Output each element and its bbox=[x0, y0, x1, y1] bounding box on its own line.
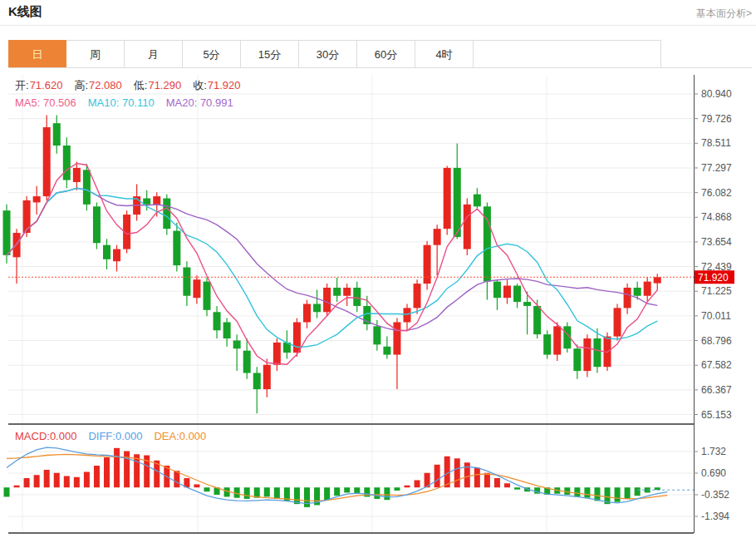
svg-text:65.153: 65.153 bbox=[701, 409, 732, 421]
candle-body bbox=[474, 195, 481, 207]
macd-bar bbox=[434, 465, 440, 487]
candle-body bbox=[343, 288, 351, 296]
macd-bar bbox=[64, 476, 70, 487]
candle-body bbox=[13, 233, 21, 257]
candle-body bbox=[353, 288, 361, 306]
macd-bar bbox=[324, 487, 330, 500]
candle-body bbox=[654, 277, 661, 283]
macd-bar bbox=[114, 448, 120, 487]
candle-body bbox=[434, 229, 441, 245]
macd-bar bbox=[384, 487, 390, 500]
candle-body bbox=[243, 351, 251, 373]
legend-item: DIFF:0.000 bbox=[88, 430, 142, 442]
macd-bar bbox=[504, 483, 510, 487]
candle-body bbox=[323, 288, 331, 312]
candle-body bbox=[373, 326, 380, 344]
macd-bar bbox=[494, 478, 500, 487]
macd-bar bbox=[405, 486, 410, 487]
svg-text:73.654: 73.654 bbox=[701, 236, 732, 248]
macd-bar bbox=[415, 480, 420, 487]
candle-body bbox=[333, 288, 341, 296]
macd-legend: MACD:0.000DIFF:0.000DEA:0.000 bbox=[15, 430, 218, 442]
svg-text:-1.394: -1.394 bbox=[701, 511, 729, 522]
ohlc-legend: 开:71.620高:72.080低:71.290收:71.920 bbox=[15, 78, 253, 93]
candle-body bbox=[33, 196, 41, 202]
legend-item: MA20: 70.991 bbox=[166, 96, 233, 109]
candle-body bbox=[533, 306, 541, 334]
macd-bar bbox=[244, 487, 250, 499]
macd-bar bbox=[44, 470, 50, 487]
candle-body bbox=[303, 304, 311, 323]
candle-body bbox=[173, 231, 180, 266]
legend-item: DEA:0.000 bbox=[154, 430, 206, 442]
svg-text:77.297: 77.297 bbox=[701, 162, 732, 174]
macd-bar bbox=[54, 473, 60, 487]
candles-layer bbox=[3, 115, 661, 413]
ma-legend: MA5: 70.506MA10: 70.110MA20: 70.991 bbox=[15, 96, 245, 109]
candle-body bbox=[43, 127, 51, 196]
candle-body bbox=[464, 205, 471, 249]
svg-text:78.511: 78.511 bbox=[701, 137, 731, 149]
macd-bar bbox=[74, 477, 80, 487]
candle-body bbox=[503, 286, 511, 299]
candle-body bbox=[513, 286, 521, 303]
svg-text:1.732: 1.732 bbox=[701, 446, 726, 457]
macd-bar bbox=[514, 487, 520, 489]
svg-text:68.796: 68.796 bbox=[701, 335, 732, 347]
candle-body bbox=[83, 170, 91, 205]
candle-body bbox=[233, 340, 241, 348]
candle-body bbox=[93, 206, 101, 243]
current-price-badge: 71.920 bbox=[695, 270, 734, 284]
svg-text:66.367: 66.367 bbox=[701, 384, 732, 396]
macd-bar bbox=[564, 487, 570, 495]
candle-body bbox=[493, 282, 501, 299]
macd-bar bbox=[34, 475, 40, 487]
candle-body bbox=[424, 245, 431, 284]
candle-body bbox=[523, 302, 531, 306]
macd-bar bbox=[294, 487, 300, 504]
candle-body bbox=[253, 373, 261, 390]
candle-body bbox=[113, 249, 120, 262]
candle-body bbox=[393, 322, 400, 354]
candle-body bbox=[573, 348, 581, 371]
svg-text:0.690: 0.690 bbox=[701, 467, 726, 479]
candle-body bbox=[383, 347, 390, 355]
svg-text:70.011: 70.011 bbox=[701, 310, 731, 322]
svg-text:-0.352: -0.352 bbox=[701, 489, 729, 501]
candle-body bbox=[614, 308, 621, 336]
gridlines bbox=[8, 75, 694, 533]
candle-body bbox=[404, 308, 411, 322]
candle-body bbox=[183, 268, 190, 296]
legend-item: MA10: 70.110 bbox=[88, 96, 155, 109]
candle-body bbox=[204, 282, 211, 310]
candle-body bbox=[103, 245, 110, 259]
candle-body bbox=[153, 196, 160, 205]
candle-body bbox=[593, 338, 601, 367]
macd-bar bbox=[584, 487, 590, 497]
candle-body bbox=[3, 210, 11, 255]
macd-bar bbox=[174, 471, 179, 487]
macd-bar bbox=[334, 487, 340, 496]
macd-bar bbox=[274, 487, 280, 499]
ma10-line bbox=[7, 188, 657, 347]
legend-item: MA5: 70.506 bbox=[15, 96, 76, 109]
svg-text:80.940: 80.940 bbox=[701, 88, 732, 100]
candle-body bbox=[543, 334, 551, 354]
macd-bar bbox=[594, 487, 600, 501]
candle-body bbox=[313, 304, 321, 313]
macd-bar bbox=[615, 487, 621, 501]
candle-body bbox=[634, 288, 641, 296]
macd-bar bbox=[374, 487, 380, 499]
y-axis-labels: 80.94079.72678.51177.29776.08274.86873.6… bbox=[694, 88, 732, 522]
candle-body bbox=[263, 365, 271, 389]
candle-body bbox=[583, 338, 591, 371]
macd-bar bbox=[454, 458, 460, 487]
svg-text:71.225: 71.225 bbox=[701, 285, 732, 297]
candle-body bbox=[53, 123, 61, 146]
svg-text:67.582: 67.582 bbox=[701, 359, 732, 371]
legend-item: 低:71.290 bbox=[134, 79, 181, 91]
candle-body bbox=[414, 284, 421, 308]
candle-body bbox=[444, 168, 451, 229]
candle-body bbox=[143, 199, 150, 205]
candle-body bbox=[63, 146, 71, 180]
